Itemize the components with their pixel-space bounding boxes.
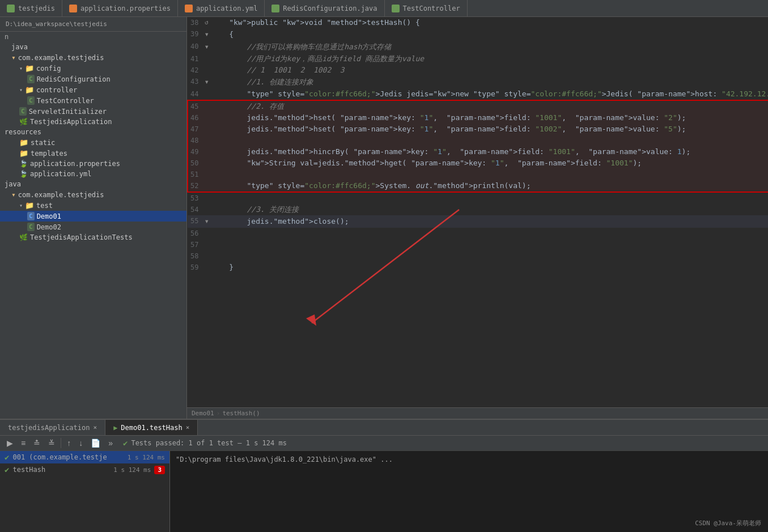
test-entry-001[interactable]: ✔ 001 (com.example.testje 1 s 124 ms bbox=[0, 451, 169, 463]
sidebar-item-com-example-test[interactable]: ▾ com.example.testjedis bbox=[0, 189, 186, 200]
line-gutter-58 bbox=[204, 250, 209, 262]
line-num-58: 58 bbox=[188, 250, 204, 262]
arrow-controller: ▾ bbox=[19, 87, 23, 93]
line-code-41: //用户id为key，商品id为field 商品数量为value bbox=[209, 53, 768, 65]
sidebar: D:\idea_warkspace\testjedis n java ▾ com… bbox=[0, 17, 187, 419]
tab-label-app-yml: application.yml bbox=[196, 5, 257, 12]
test-entry-testhash-label: testHash bbox=[12, 466, 45, 474]
sidebar-item-templates[interactable]: 📁 templates bbox=[0, 148, 186, 159]
tab-icon-testjedis bbox=[7, 5, 15, 12]
line-gutter-38: ↺ bbox=[204, 17, 209, 28]
config-label: config bbox=[36, 65, 61, 73]
toolbar-more-btn[interactable]: » bbox=[106, 437, 115, 449]
sidebar-item-test-folder[interactable]: ▾ 📁 test bbox=[0, 200, 186, 211]
line-code-46: jedis."method">hset( "param-name">key: "… bbox=[209, 112, 768, 124]
sidebar-item-servlet[interactable]: C ServeletInitializer bbox=[0, 106, 186, 117]
sidebar-item-java-main[interactable]: java bbox=[0, 42, 186, 52]
toolbar-up-btn[interactable]: ↑ bbox=[65, 437, 73, 449]
line-num-56: 56 bbox=[188, 228, 204, 239]
line-code-57 bbox=[209, 239, 768, 250]
bottom-tab-demo01-close[interactable]: × bbox=[186, 424, 190, 431]
code-line-56: 56 bbox=[188, 228, 768, 239]
controller-label: controller bbox=[36, 86, 77, 94]
tab-icon-redis-config bbox=[271, 5, 279, 12]
tab-icon-app-yml bbox=[185, 5, 193, 12]
line-gutter-47 bbox=[204, 124, 209, 135]
toolbar-export-btn[interactable]: ≛ bbox=[31, 437, 43, 449]
test-output: "D:\program files\Java\jdk1.8.0_221\bin\… bbox=[170, 451, 768, 532]
line-gutter-40: ▾ bbox=[204, 41, 209, 53]
sidebar-item-redis-configuration[interactable]: C RedisConfiguration bbox=[0, 74, 186, 84]
line-code-42: // 1 1001 2 1002 3 bbox=[209, 65, 768, 76]
line-gutter-44 bbox=[204, 88, 209, 100]
line-gutter-59 bbox=[204, 262, 209, 273]
tab-test-controller[interactable]: TestController bbox=[385, 0, 468, 16]
line-code-51 bbox=[209, 169, 768, 180]
line-code-49: jedis."method">hincrBy( "param-name">key… bbox=[209, 146, 768, 158]
toolbar-down-btn[interactable]: ↓ bbox=[77, 437, 85, 449]
sidebar-item-n[interactable]: n bbox=[0, 32, 186, 42]
tab-application-properties[interactable]: application.properties bbox=[62, 0, 178, 16]
bottom-tab-demo01-testhash[interactable]: ▶ Demo01.testHash × bbox=[105, 420, 198, 435]
line-code-44: "type" style="color:#ffc66d;">Jedis jedi… bbox=[209, 88, 768, 100]
toolbar-divider bbox=[61, 438, 61, 448]
app-properties-label: application.properties bbox=[30, 160, 120, 168]
folder-icon-com: ▾ bbox=[11, 53, 16, 62]
line-gutter-39: ▾ bbox=[204, 28, 209, 41]
toolbar-import-btn[interactable]: ≚ bbox=[46, 437, 57, 449]
sidebar-item-java-test[interactable]: java bbox=[0, 179, 186, 189]
bottom-tab-testjedis-app[interactable]: testjedisApplication × bbox=[0, 420, 105, 435]
line-num-41: 41 bbox=[188, 53, 204, 65]
redis-configuration-label: RedisConfiguration bbox=[37, 75, 111, 83]
sidebar-item-demo01[interactable]: C Demo01 bbox=[0, 211, 186, 222]
tab-bar: testjedis application.properties applica… bbox=[0, 0, 768, 17]
sidebar-item-static[interactable]: 📁 static bbox=[0, 137, 186, 148]
folder-icon-com-test: ▾ bbox=[11, 190, 16, 199]
testjedis-app-tests-icon: 🌿 bbox=[19, 233, 28, 241]
app-yml-icon: 🍃 bbox=[19, 170, 28, 178]
test-entry-testhash-badge: 3 bbox=[154, 466, 165, 474]
folder-icon-test: 📁 bbox=[25, 201, 34, 210]
bottom-panel: testjedisApplication × ▶ Demo01.testHash… bbox=[0, 419, 768, 532]
toolbar-sort-btn[interactable]: ≡ bbox=[19, 437, 28, 449]
code-line-46: 46 jedis."method">hset( "param-name">key… bbox=[188, 112, 768, 124]
code-line-53: 53 bbox=[188, 192, 768, 204]
sidebar-item-demo02[interactable]: C Demo02 bbox=[0, 222, 186, 232]
test-entry-testhash-check: ✔ bbox=[5, 465, 9, 474]
tab-icon-app-props bbox=[69, 5, 77, 12]
sidebar-item-resources[interactable]: resources bbox=[0, 127, 186, 137]
test-entry-001-check: ✔ bbox=[5, 453, 9, 462]
code-line-55: 55▾ jedis."method">close(); bbox=[188, 215, 768, 228]
code-line-43: 43▾ //1. 创建连接对象 bbox=[188, 76, 768, 88]
line-code-38: "kw">public "kw">void "method">testHash(… bbox=[209, 17, 768, 28]
line-num-57: 57 bbox=[188, 239, 204, 250]
line-code-58 bbox=[209, 250, 768, 262]
sidebar-item-testjedis-app-tests[interactable]: 🌿 TestjedisApplicationTests bbox=[0, 232, 186, 242]
code-scroll[interactable]: 38↺ "kw">public "kw">void "method">testH… bbox=[187, 17, 768, 407]
sidebar-item-test-controller[interactable]: C TestController bbox=[0, 95, 186, 106]
sidebar-item-app-properties[interactable]: 🍃 application.properties bbox=[0, 159, 186, 169]
resources-label: resources bbox=[5, 128, 41, 136]
line-num-54: 54 bbox=[188, 204, 204, 215]
sidebar-item-com-example[interactable]: ▾ com.example.testjedis bbox=[0, 52, 186, 63]
app-yml-label: application.yml bbox=[30, 170, 91, 178]
line-num-55: 55 bbox=[188, 215, 204, 228]
app-properties-icon: 🍃 bbox=[19, 160, 28, 168]
toolbar-file-btn[interactable]: 📄 bbox=[88, 437, 103, 449]
sidebar-item-testjedis-app[interactable]: 🌿 TestjedisApplication bbox=[0, 117, 186, 127]
toolbar-rerun-btn[interactable]: ▶ bbox=[5, 437, 15, 449]
sidebar-item-app-yml[interactable]: 🍃 application.yml bbox=[0, 169, 186, 179]
tab-testjedis[interactable]: testjedis bbox=[0, 0, 62, 16]
bottom-tab-testjedis-close[interactable]: × bbox=[94, 424, 97, 431]
line-gutter-45 bbox=[204, 100, 209, 112]
sidebar-item-config[interactable]: ▾ 📁 config bbox=[0, 63, 186, 74]
line-num-40: 40 bbox=[188, 41, 204, 53]
test-entry-testhash[interactable]: ✔ testHash 1 s 124 ms 3 bbox=[0, 463, 169, 476]
tab-application-yml[interactable]: application.yml bbox=[178, 0, 265, 16]
code-line-49: 49 jedis."method">hincrBy( "param-name">… bbox=[188, 146, 768, 158]
sidebar-item-controller[interactable]: ▾ 📁 controller bbox=[0, 84, 186, 95]
tab-redis-config[interactable]: RedisConfiguration.java bbox=[265, 0, 384, 16]
sidebar-path: D:\idea_warkspace\testjedis bbox=[0, 17, 186, 32]
line-code-45: //2. 存值 bbox=[209, 100, 768, 112]
code-line-39: 39▾ { bbox=[188, 28, 768, 41]
